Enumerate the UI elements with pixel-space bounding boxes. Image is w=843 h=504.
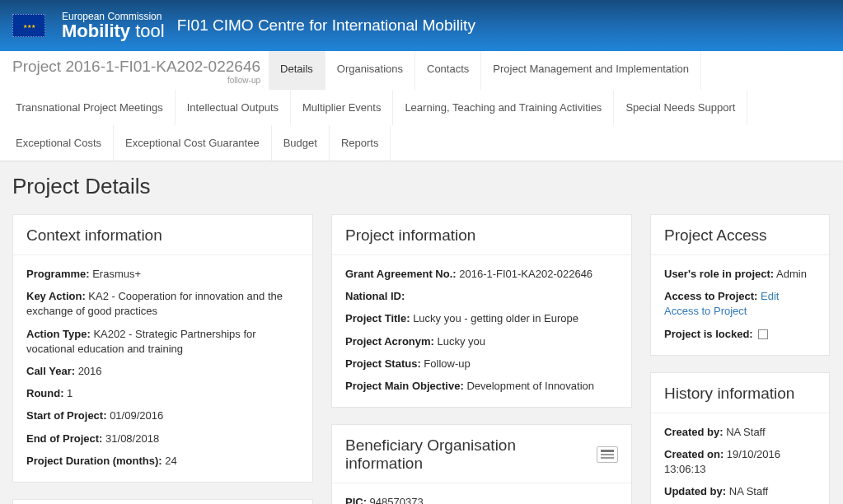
- list-view-icon[interactable]: [597, 446, 618, 463]
- start-value: 01/09/2016: [107, 409, 164, 422]
- tab-details[interactable]: Details: [269, 51, 325, 90]
- natid-label: National ID:: [345, 290, 405, 302]
- programme-label: Programme:: [26, 268, 90, 280]
- tab-ltt[interactable]: Learning, Teaching and Training Activiti…: [393, 90, 614, 125]
- role-value: Admin: [774, 268, 807, 280]
- grant-value: 2016-1-FI01-KA202-022646: [457, 268, 593, 280]
- locked-checkbox[interactable]: [758, 329, 768, 339]
- col-right: Project Access User's role in project: A…: [650, 214, 830, 504]
- round-value: 1: [63, 387, 73, 399]
- tab-exceptional-guarantee[interactable]: Exceptional Cost Guarantee: [114, 125, 272, 161]
- card-national-agency: National Agency National Agency: FI01 - …: [12, 499, 313, 504]
- status-value: Follow-up: [421, 357, 471, 370]
- columns: Context information Programme: Erasmus+ …: [12, 214, 831, 504]
- con-label: Created on:: [664, 448, 724, 460]
- tab-tpm[interactable]: Transnational Project Meetings: [4, 90, 176, 125]
- grant-label: Grant Agreement No.:: [345, 268, 457, 280]
- uby-value: NA Staff: [726, 485, 768, 497]
- project-code: Project 2016-1-FI01-KA202-022646 follow-…: [4, 51, 269, 90]
- card-pinfo-header: Project information: [332, 215, 631, 255]
- card-project-info: Project information Grant Agreement No.:…: [331, 214, 632, 408]
- pic-label: PIC:: [345, 496, 367, 504]
- ptitle-value: Lucky you - getting older in Europe: [410, 312, 579, 324]
- duration-value: 24: [162, 455, 177, 467]
- page-title: Project Details: [12, 174, 831, 199]
- acronym-value: Lucky you: [434, 335, 485, 348]
- cby-value: NA Staff: [724, 426, 766, 438]
- brand-bottom: Mobility tool: [62, 22, 165, 40]
- tab-contacts[interactable]: Contacts: [415, 51, 481, 90]
- col-left: Context information Programme: Erasmus+ …: [12, 214, 313, 504]
- tab-exceptional-costs[interactable]: Exceptional Costs: [4, 125, 114, 161]
- card-na-header: National Agency: [13, 500, 312, 504]
- tab-multiplier[interactable]: Multiplier Events: [291, 90, 393, 125]
- pic-value: 948570373: [367, 496, 424, 504]
- acronym-label: Project Acronym:: [345, 335, 434, 348]
- duration-label: Project Duration (months):: [26, 455, 162, 467]
- ptitle-label: Project Title:: [345, 312, 410, 324]
- tab-organisations[interactable]: Organisations: [325, 51, 415, 90]
- role-label: User's role in project:: [664, 268, 774, 280]
- eu-flag-icon: [12, 14, 45, 37]
- programme-value: Erasmus+: [90, 268, 142, 280]
- keyaction-label: Key Action:: [26, 290, 86, 302]
- callyear-value: 2016: [75, 365, 102, 377]
- header-subtitle: FI01 CIMO Centre for International Mobil…: [177, 16, 475, 35]
- cby-label: Created by:: [664, 426, 724, 438]
- tab-reports[interactable]: Reports: [330, 125, 391, 161]
- status-label: Project Status:: [345, 357, 421, 370]
- tab-special-needs[interactable]: Special Needs Support: [614, 90, 747, 125]
- project-code-main: Project 2016-1-FI01-KA202-022646: [12, 58, 260, 76]
- card-ben-title: Beneficiary Organisation information: [345, 436, 597, 473]
- actiontype-label: Action Type:: [26, 328, 91, 340]
- tab-pmi[interactable]: Project Management and Implementation: [481, 51, 701, 90]
- app-header: European Commission Mobility tool FI01 C…: [0, 0, 843, 51]
- navbar: Project 2016-1-FI01-KA202-022646 follow-…: [0, 51, 843, 161]
- card-beneficiary: Beneficiary Organisation information PIC…: [331, 424, 632, 504]
- col-middle: Project information Grant Agreement No.:…: [331, 214, 632, 504]
- obj-label: Project Main Objective:: [345, 380, 464, 392]
- start-label: Start of Project:: [26, 409, 107, 422]
- card-history: History information Created by: NA Staff…: [650, 372, 830, 504]
- card-access: Project Access User's role in project: A…: [650, 214, 830, 356]
- obj-value: Development of Innovation: [464, 380, 594, 392]
- callyear-label: Call Year:: [26, 365, 75, 377]
- card-access-body: User's role in project: Admin Access to …: [651, 255, 829, 355]
- round-label: Round:: [26, 387, 63, 399]
- card-ben-header: Beneficiary Organisation information: [332, 425, 631, 483]
- brand: European Commission Mobility tool: [62, 11, 165, 40]
- locked-label: Project is locked:: [664, 328, 753, 340]
- uby-label: Updated by:: [664, 485, 726, 497]
- tab-budget[interactable]: Budget: [272, 125, 330, 161]
- card-history-header: History information: [651, 373, 829, 413]
- end-value: 31/08/2018: [102, 432, 159, 445]
- card-ben-body: PIC: 948570373 Legal Name: Jyväskylän ko…: [332, 483, 631, 504]
- acc-label: Access to Project:: [664, 290, 757, 302]
- card-history-body: Created by: NA Staff Created on: 19/10/2…: [651, 413, 829, 504]
- card-context-header: Context information: [13, 215, 312, 255]
- card-context-body: Programme: Erasmus+ Key Action: KA2 - Co…: [13, 255, 312, 482]
- end-label: End of Project:: [26, 432, 102, 445]
- card-pinfo-body: Grant Agreement No.: 2016-1-FI01-KA202-0…: [332, 255, 631, 407]
- page-content: Project Details Context information Prog…: [0, 161, 843, 504]
- project-code-sub: follow-up: [12, 76, 260, 85]
- card-access-header: Project Access: [651, 215, 829, 255]
- tab-intellectual[interactable]: Intellectual Outputs: [176, 90, 291, 125]
- card-context: Context information Programme: Erasmus+ …: [12, 214, 313, 483]
